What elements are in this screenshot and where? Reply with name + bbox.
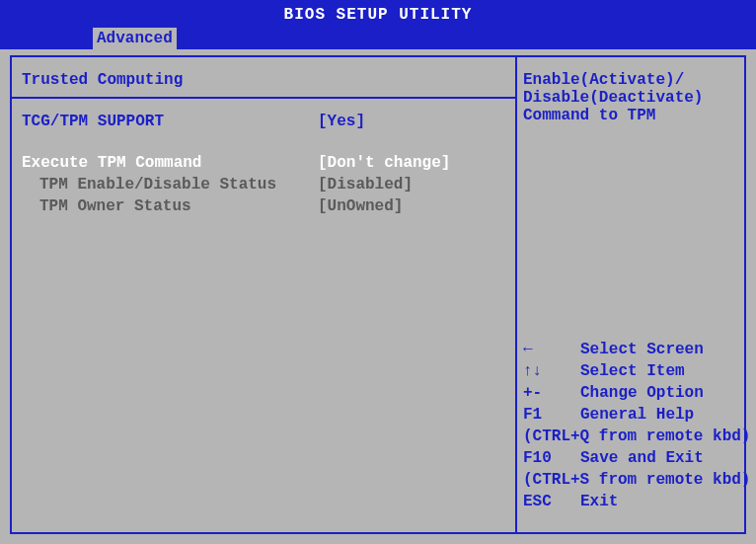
note-ctrl-q: (CTRL+Q from remote kbd) [523, 426, 738, 447]
help-line: Disable(Deactivate) [523, 89, 738, 107]
key-label: F10 [523, 447, 580, 469]
key-general-help: F1 General Help [523, 404, 738, 426]
key-label: ESC [523, 491, 580, 512]
utility-title: BIOS SETUP UTILITY [0, 0, 756, 24]
help-line: Command to TPM [523, 107, 738, 124]
main-panel: Trusted Computing TCG/TPM SUPPORT [Yes] … [12, 57, 517, 532]
key-desc: Exit [580, 491, 618, 512]
note-ctrl-s: (CTRL+S from remote kbd) [523, 469, 738, 491]
key-label: F1 [523, 404, 580, 426]
key-desc: Select Screen [580, 339, 704, 360]
title-bar: BIOS SETUP UTILITY Advanced [0, 0, 756, 49]
exec-value: [Don't change] [318, 152, 450, 174]
tcg-tpm-support-row[interactable]: TCG/TPM SUPPORT [Yes] [22, 111, 505, 132]
key-exit: ESC Exit [523, 491, 738, 512]
execute-tpm-command-row[interactable]: Execute TPM Command [Don't change] [22, 152, 505, 174]
key-save-exit: F10 Save and Exit [523, 447, 738, 469]
exec-label: Execute TPM Command [22, 152, 318, 174]
tpm-owner-status-row: TPM Owner Status [UnOwned] [22, 195, 505, 217]
help-text: Enable(Activate)/ Disable(Deactivate) Co… [523, 71, 738, 124]
key-desc: Change Option [580, 382, 704, 404]
tpm-owner-value: [UnOwned] [318, 195, 403, 217]
key-legend: ← Select Screen ↑↓ Select Item +- Change… [523, 339, 738, 518]
plus-minus-icon: +- [523, 382, 580, 404]
tpm-enable-value: [Disabled] [318, 174, 413, 195]
tpm-enable-status-row: TPM Enable/Disable Status [Disabled] [22, 174, 505, 195]
tcg-value: [Yes] [318, 111, 365, 132]
section-title: Trusted Computing [22, 71, 505, 89]
left-arrow-icon: ← [523, 339, 580, 360]
key-select-screen: ← Select Screen [523, 339, 738, 360]
divider [12, 97, 515, 99]
tab-advanced[interactable]: Advanced [93, 28, 177, 49]
up-down-arrow-icon: ↑↓ [523, 360, 580, 382]
key-desc: Select Item [580, 360, 685, 382]
tpm-enable-label: TPM Enable/Disable Status [22, 174, 318, 195]
tcg-label: TCG/TPM SUPPORT [22, 111, 318, 132]
help-line: Enable(Activate)/ [523, 71, 738, 89]
key-change-option: +- Change Option [523, 382, 738, 404]
key-desc: General Help [580, 404, 694, 426]
frame: Trusted Computing TCG/TPM SUPPORT [Yes] … [10, 55, 746, 534]
content-area: Trusted Computing TCG/TPM SUPPORT [Yes] … [0, 49, 756, 544]
key-select-item: ↑↓ Select Item [523, 360, 738, 382]
help-panel: Enable(Activate)/ Disable(Deactivate) Co… [517, 57, 744, 532]
key-desc: Save and Exit [580, 447, 704, 469]
tpm-owner-label: TPM Owner Status [22, 195, 318, 217]
